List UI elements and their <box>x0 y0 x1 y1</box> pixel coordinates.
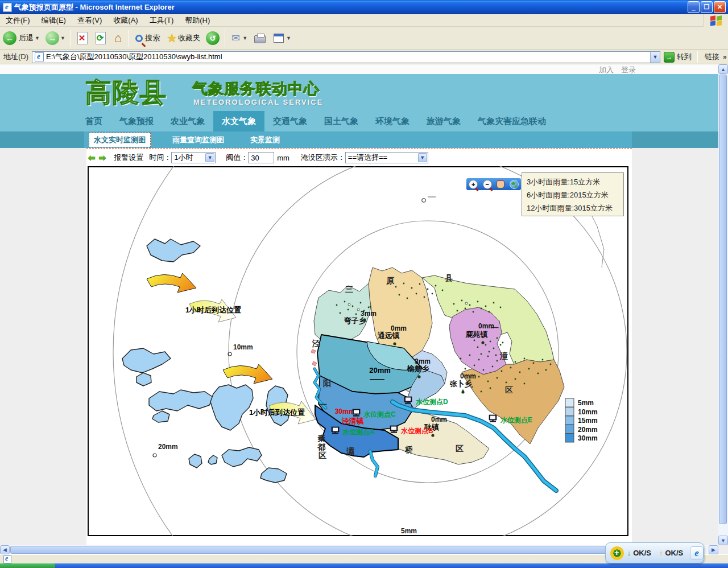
mail-dropdown-icon[interactable]: ▼ <box>242 35 247 41</box>
town-label: 鹿苑镇 <box>465 330 488 339</box>
links-button[interactable]: 链接 » <box>705 52 727 62</box>
zone-rain-label: 20mm <box>369 366 391 374</box>
station-icon[interactable] <box>404 397 412 404</box>
menu-bar: 文件(F) 编辑(E) 查看(V) 收藏(A) 工具(T) 帮助(H) <box>0 14 728 27</box>
station-icon[interactable] <box>489 415 497 422</box>
subnav-realtime-monitor[interactable]: 水文实时监测图 <box>89 133 151 147</box>
start-button[interactable] <box>0 563 55 568</box>
scroll-down-icon[interactable]: ▼ <box>718 536 728 545</box>
history-button[interactable]: ↺ <box>204 30 221 46</box>
neighbor-label: 县 <box>445 273 453 282</box>
nav-agriculture[interactable]: 农业气象 <box>162 111 213 132</box>
neighbor-label: 三 <box>345 285 353 294</box>
legend-label: 20mm <box>578 426 598 434</box>
map-canvas[interactable]: 5mm10mm15mm20mm30mm 三原县泾阳一一潼区秦都区灞桥区10mm2… <box>88 166 628 536</box>
zoom-in-icon[interactable]: + <box>469 180 478 189</box>
download-arrow-icon: ↓ <box>627 549 631 557</box>
edit-dropdown-icon[interactable]: ▼ <box>286 35 291 41</box>
back-button[interactable]: ← 后退 ▼ <box>1 30 42 46</box>
nav-traffic[interactable]: 交通气象 <box>264 111 316 132</box>
address-input[interactable]: E:\气象台\原型20110530\原型20110530\swyb-list.h… <box>32 51 660 63</box>
subnav-rain-query[interactable]: 雨量查询监测图 <box>168 133 229 147</box>
restore-button[interactable]: ❐ <box>701 1 713 13</box>
zoom-out-icon[interactable]: − <box>483 180 492 189</box>
scroll-left-icon[interactable]: ◀ <box>0 545 10 554</box>
menu-help[interactable]: 帮助(H) <box>179 15 216 26</box>
flood-select[interactable]: ==请选择== ▼ <box>345 152 428 163</box>
nav-home[interactable]: 首页 <box>77 111 111 132</box>
nav-weather-forecast[interactable]: 气象预报 <box>111 111 162 132</box>
refresh-button[interactable]: ⟳ <box>93 31 109 46</box>
search-label: 搜索 <box>145 33 160 43</box>
legend-label: 5mm <box>578 399 594 407</box>
ring-label: 5mm <box>401 527 417 535</box>
forward-icon: → <box>46 31 59 45</box>
town-marker <box>461 390 464 393</box>
town-rain-label: 0mm <box>478 322 494 330</box>
address-value: E:\气象台\原型20110530\原型20110530\swyb-list.h… <box>46 52 222 62</box>
menu-favorites[interactable]: 收藏(A) <box>107 15 143 26</box>
nav-tourism[interactable]: 旅游气象 <box>418 111 469 132</box>
favorites-button[interactable]: ★ 收藏夹 <box>164 30 202 46</box>
time-select-arrow-icon: ▼ <box>205 153 214 162</box>
neighbor-label: 原 <box>386 276 395 285</box>
ie-widget-icon[interactable]: e <box>690 546 704 560</box>
forward-button[interactable]: → ▼ <box>44 30 67 46</box>
town-marker <box>417 375 420 378</box>
security-tool-icon[interactable] <box>610 546 624 560</box>
back-dropdown-icon[interactable]: ▼ <box>35 35 40 41</box>
pan-hand-icon[interactable] <box>497 180 504 188</box>
globe-icon[interactable] <box>510 180 519 189</box>
nav-emergency[interactable]: 气象灾害应急联动 <box>469 111 555 132</box>
neighbor-label: 区 <box>318 451 326 460</box>
network-speed-widget[interactable]: ↓ OK/S ↑ OK/S e <box>605 542 704 563</box>
edit-button[interactable]: ▼ <box>271 32 293 44</box>
scroll-right-icon[interactable]: ▶ <box>709 545 718 554</box>
prev-arrow-icon[interactable]: ⬅ <box>88 153 96 163</box>
go-button[interactable]: → 转到 <box>664 52 692 63</box>
window-titlebar: 气象预报页面原型 - Microsoft Internet Explorer _… <box>0 0 728 14</box>
flood-demo-label: 淹没区演示： <box>301 153 345 163</box>
nav-land[interactable]: 国土气象 <box>316 111 367 132</box>
print-button[interactable] <box>251 32 268 44</box>
ie-document-icon <box>3 3 12 12</box>
address-bar: 地址(D) E:\气象台\原型20110530\原型20110530\swyb-… <box>0 50 728 64</box>
favorites-star-icon: ★ <box>167 31 177 45</box>
subnav-live-view[interactable]: 实景监测 <box>246 133 284 147</box>
upload-arrow-icon: ↑ <box>659 549 663 557</box>
time-label: 时间： <box>149 153 171 163</box>
legend-label: 10mm <box>578 408 598 416</box>
minimize-button[interactable]: _ <box>688 1 700 13</box>
upload-speed: OK/S <box>665 549 683 557</box>
search-button[interactable]: 搜索 <box>133 32 162 44</box>
search-icon <box>135 35 143 42</box>
nav-hydrology[interactable]: 水文气象 <box>213 111 264 132</box>
address-dropdown-icon[interactable]: ▼ <box>650 52 660 63</box>
favorites-label: 收藏夹 <box>178 33 200 43</box>
vertical-scrollbar[interactable]: ▲ ▼ <box>718 64 728 545</box>
station-icon[interactable] <box>332 427 339 434</box>
station-icon[interactable] <box>353 409 360 417</box>
mail-button[interactable]: ✉ ▼ <box>229 31 249 46</box>
windows-taskbar[interactable] <box>0 563 728 568</box>
legend-swatch <box>565 425 574 434</box>
nav-environment[interactable]: 环境气象 <box>367 111 418 132</box>
scroll-up-icon[interactable]: ▲ <box>718 64 728 74</box>
menu-edit[interactable]: 编辑(E) <box>36 15 72 26</box>
neighbor-label: 区 <box>505 385 513 394</box>
history-icon: ↺ <box>206 31 220 45</box>
go-label: 转到 <box>677 52 692 62</box>
station-icon[interactable] <box>390 426 398 433</box>
menu-view[interactable]: 查看(V) <box>72 15 107 26</box>
forward-dropdown-icon[interactable]: ▼ <box>60 35 65 41</box>
threshold-input[interactable]: 30 <box>248 152 274 163</box>
close-button[interactable]: ✕ <box>714 1 726 13</box>
menu-file[interactable]: 文件(F) <box>0 15 36 26</box>
next-arrow-icon[interactable]: ➡ <box>99 153 106 163</box>
menu-tools[interactable]: 工具(T) <box>144 15 180 26</box>
station-label: 水位测点A <box>342 428 375 436</box>
home-button[interactable]: ⌂ <box>111 30 125 47</box>
time-select[interactable]: 1小时 ▼ <box>171 152 216 163</box>
legend-label: 15mm <box>578 417 598 425</box>
stop-button[interactable]: ✕ <box>75 31 90 46</box>
